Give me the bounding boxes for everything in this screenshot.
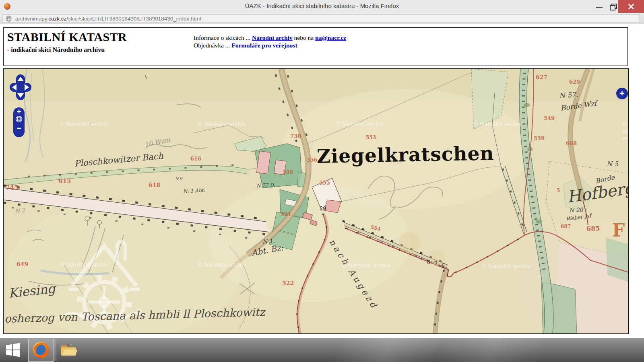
- map-label: F: [612, 220, 625, 241]
- map-artwork: [4, 69, 628, 333]
- copyright-watermark: © Národní archiv: [60, 261, 109, 268]
- minimize-button[interactable]: [592, 0, 606, 13]
- window-titlebar: ÚAZK - Indikační skici stabilního katast…: [0, 0, 644, 13]
- window-title: ÚAZK - Indikační skici stabilního katast…: [0, 2, 644, 9]
- copyright-watermark: © Národní archiv: [622, 121, 629, 142]
- info-prefix: Informace o skicách ...: [194, 34, 252, 41]
- map-label: N 20: [569, 206, 583, 214]
- email-link[interactable]: na@nacr.cz: [315, 34, 346, 41]
- forms-link[interactable]: Formuláře pro veřejnost: [231, 42, 297, 49]
- map-label: 556: [307, 157, 317, 163]
- map-label: N 1.: [262, 237, 275, 245]
- site-title: STABILNÍ KATASTR: [7, 30, 127, 44]
- map-label: 550: [283, 169, 293, 175]
- taskbar: CES 10:58 16. 3. 2015: [0, 338, 644, 362]
- map-label: 5: [557, 188, 560, 193]
- browser-navbar: archivnimapy.cuzk.cz/skici/skici/LIT/LIT…: [0, 13, 644, 24]
- url-prefix: archivnimapy.: [15, 16, 48, 22]
- map-label: 521: [281, 211, 291, 217]
- zoom-extent-globe-button[interactable]: [13, 115, 25, 124]
- order-line: Objednávka ... Formuláře pro veřejnost: [194, 41, 346, 49]
- url-path: /skici/skici/LIT/LIT389018430/LIT3890184…: [66, 16, 201, 22]
- restore-button[interactable]: [606, 0, 618, 13]
- windows-logo-icon: [6, 343, 20, 357]
- zoom-in-button[interactable]: +: [13, 107, 25, 115]
- map-pan-control[interactable]: [10, 74, 31, 100]
- globe-icon: [15, 115, 23, 123]
- map-label: 618: [149, 182, 160, 188]
- map-label: 522: [282, 280, 294, 286]
- map-viewport[interactable]: © Národní archiv© Národní archiv© Národn…: [3, 68, 629, 334]
- url-bar[interactable]: archivnimapy.cuzk.cz/skici/skici/LIT/LIT…: [2, 14, 640, 23]
- info-middle: nebo na: [293, 34, 315, 41]
- site-subtitle: - indikační skici Národního archivu: [7, 46, 105, 53]
- map-label: Ziegelkratschen: [317, 142, 494, 167]
- map-label: 8: [427, 259, 430, 265]
- map-label: 553: [366, 135, 376, 140]
- copyright-watermark: © Národní archiv: [336, 120, 384, 127]
- map-label: N 57.: [559, 90, 578, 100]
- order-prefix: Objednávka ...: [194, 42, 231, 49]
- narodni-archiv-link[interactable]: Národní archiv: [252, 34, 293, 41]
- site-identity-globe-icon[interactable]: [6, 16, 12, 22]
- map-label: 627: [536, 74, 547, 80]
- url-text[interactable]: archivnimapy.cuzk.cz/skici/skici/LIT/LIT…: [15, 16, 201, 22]
- map-label: 685: [586, 225, 600, 232]
- map-label: N 77 D.: [256, 182, 275, 189]
- map-label: 649: [17, 261, 28, 267]
- map-label: 29: [320, 206, 326, 212]
- firefox-icon: [32, 341, 50, 359]
- map-label: 687: [561, 224, 571, 229]
- map-label: 555: [319, 180, 330, 186]
- map-label: 559: [534, 135, 545, 141]
- map-label: N.9.: [175, 177, 184, 181]
- start-button[interactable]: [6, 343, 20, 357]
- firefox-taskbar-button[interactable]: [28, 339, 54, 362]
- map-label: 7: [434, 261, 438, 267]
- map-label: 629: [569, 79, 580, 85]
- map-label: N: 1 Abt:: [183, 187, 205, 194]
- info-line: Informace o skicách ... Národní archiv n…: [194, 34, 346, 41]
- map-label: 730: [290, 133, 301, 139]
- zoom-out-button[interactable]: −: [13, 124, 25, 132]
- map-label: N 5: [607, 160, 618, 168]
- copyright-watermark: © Národní archiv: [482, 263, 530, 269]
- url-domain: cuzk.cz: [48, 16, 66, 22]
- map-label: 615: [58, 177, 71, 185]
- layer-switcher-maximize-button[interactable]: +: [616, 88, 628, 99]
- page-header: STABILNÍ KATASTR - indikační skici Národ…: [3, 27, 628, 66]
- close-button[interactable]: [618, 0, 644, 13]
- copyright-watermark: © Národní archiv: [198, 261, 246, 268]
- map-label: N 2: [14, 207, 25, 214]
- header-links: Informace o skicách ... Národní archiv n…: [194, 34, 346, 49]
- file-explorer-button[interactable]: [60, 342, 77, 357]
- folder-icon: [61, 344, 77, 356]
- copyright-watermark: © Národní archiv: [60, 120, 109, 127]
- map-zoom-control: + −: [13, 107, 25, 137]
- copyright-watermark: © Národní archiv: [198, 120, 246, 127]
- map-label: 6: [442, 263, 445, 269]
- map-label: 549: [544, 115, 555, 121]
- map-label: 668: [566, 140, 577, 146]
- copyright-watermark: © Národní archiv: [473, 120, 522, 127]
- map-label: 745: [5, 184, 19, 191]
- map-label: 616: [190, 156, 201, 162]
